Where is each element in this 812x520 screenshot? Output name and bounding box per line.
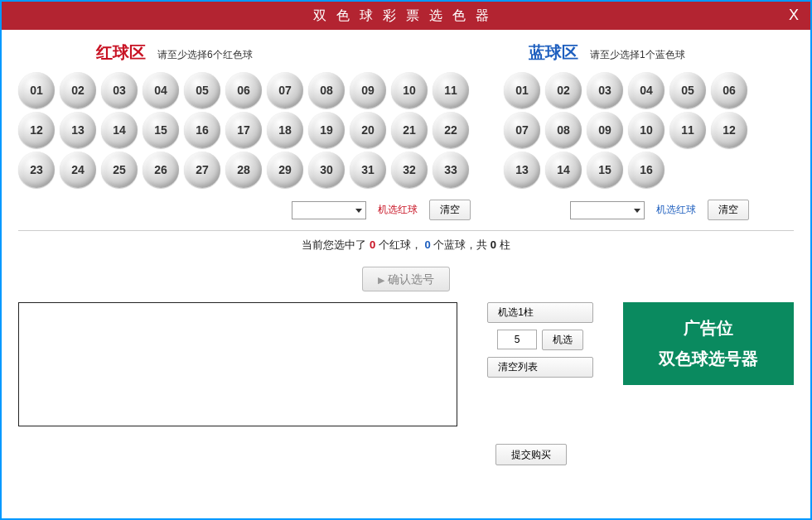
red-ball-29[interactable]: 29 — [267, 152, 303, 188]
red-ball-31[interactable]: 31 — [350, 152, 386, 188]
ad-line1: 广告位 — [684, 317, 733, 339]
summary-total: 0 — [491, 238, 496, 251]
red-ball-24[interactable]: 24 — [60, 152, 96, 188]
ad-box: 广告位 双色球选号器 — [623, 302, 794, 385]
zones: 红球区 请至少选择6个红色球 0102030405060708091011121… — [2, 30, 810, 220]
red-count-select[interactable] — [292, 201, 366, 219]
clear-list-button[interactable]: 清空列表 — [487, 357, 593, 378]
red-ball-06[interactable]: 06 — [225, 72, 262, 108]
blue-zone-hint: 请至少选择1个蓝色球 — [590, 48, 685, 62]
red-ball-26[interactable]: 26 — [143, 152, 179, 188]
red-zone: 红球区 请至少选择6个红色球 0102030405060708091011121… — [18, 41, 471, 220]
side-buttons: 机选1柱 机选 清空列表 — [487, 302, 593, 378]
red-ball-13[interactable]: 13 — [60, 112, 96, 148]
red-ball-11[interactable]: 11 — [433, 72, 469, 108]
submit-button[interactable]: 提交购买 — [495, 444, 567, 465]
red-ball-17[interactable]: 17 — [225, 112, 262, 148]
blue-ball-01[interactable]: 01 — [504, 72, 540, 108]
red-ball-05[interactable]: 05 — [184, 72, 220, 108]
red-ball-14[interactable]: 14 — [101, 112, 138, 148]
red-ball-07[interactable]: 07 — [267, 72, 303, 108]
blue-ball-10[interactable]: 10 — [628, 112, 665, 148]
blue-ball-03[interactable]: 03 — [587, 72, 623, 108]
clear-red-button[interactable]: 清空 — [429, 200, 471, 220]
red-ball-18[interactable]: 18 — [267, 112, 303, 148]
random-one-button[interactable]: 机选1柱 — [487, 302, 593, 323]
red-ball-03[interactable]: 03 — [101, 72, 138, 108]
random-n-button[interactable]: 机选 — [542, 330, 583, 350]
red-ball-04[interactable]: 04 — [143, 72, 179, 108]
red-ball-27[interactable]: 27 — [184, 152, 220, 188]
ad-line2: 双色球选号器 — [659, 348, 758, 370]
blue-ball-12[interactable]: 12 — [711, 112, 747, 148]
blue-ball-16[interactable]: 16 — [628, 152, 665, 188]
blue-ball-13[interactable]: 13 — [504, 152, 540, 188]
clear-blue-button[interactable]: 清空 — [708, 200, 749, 220]
divider — [18, 230, 794, 231]
blue-ball-04[interactable]: 04 — [628, 72, 665, 108]
blue-zone: 蓝球区 请至少选择1个蓝色球 0102030405060708091011121… — [504, 41, 749, 220]
summary-total-unit: 柱 — [500, 238, 510, 251]
red-ball-33[interactable]: 33 — [433, 152, 469, 188]
red-ball-21[interactable]: 21 — [391, 112, 428, 148]
red-ball-grid: 0102030405060708091011121314151617181920… — [18, 72, 471, 188]
blue-ball-05[interactable]: 05 — [669, 72, 706, 108]
blue-ball-09[interactable]: 09 — [587, 112, 623, 148]
confirm-button[interactable]: 确认选号 — [362, 267, 449, 291]
selection-summary: 当前您选中了 0 个红球， 0 个蓝球，共 0 柱 — [2, 238, 810, 253]
red-ball-09[interactable]: 09 — [350, 72, 386, 108]
blue-ball-14[interactable]: 14 — [545, 152, 582, 188]
summary-prefix: 当前您选中了 — [302, 238, 370, 251]
red-ball-12[interactable]: 12 — [18, 112, 55, 148]
red-ball-22[interactable]: 22 — [433, 112, 469, 148]
blue-ball-02[interactable]: 02 — [545, 72, 582, 108]
result-list[interactable] — [18, 302, 457, 426]
red-ball-01[interactable]: 01 — [18, 72, 55, 108]
blue-ball-15[interactable]: 15 — [587, 152, 623, 188]
red-ball-10[interactable]: 10 — [391, 72, 428, 108]
random-red-button[interactable]: 机选红球 — [373, 200, 423, 219]
blue-ball-07[interactable]: 07 — [504, 112, 540, 148]
red-ball-02[interactable]: 02 — [60, 72, 96, 108]
red-ball-16[interactable]: 16 — [184, 112, 220, 148]
red-ball-30[interactable]: 30 — [308, 152, 345, 188]
summary-blue-count: 0 — [424, 238, 430, 251]
blue-ball-11[interactable]: 11 — [669, 112, 706, 148]
random-blue-button[interactable]: 机选红球 — [651, 200, 701, 219]
red-ball-32[interactable]: 32 — [391, 152, 428, 188]
summary-blue-unit: 个蓝球，共 — [433, 238, 491, 251]
blue-ball-08[interactable]: 08 — [545, 112, 582, 148]
red-ball-08[interactable]: 08 — [308, 72, 345, 108]
red-ball-23[interactable]: 23 — [18, 152, 55, 188]
blue-zone-title: 蓝球区 — [529, 41, 578, 64]
red-ball-20[interactable]: 20 — [350, 112, 386, 148]
red-ball-28[interactable]: 28 — [225, 152, 262, 188]
blue-ball-06[interactable]: 06 — [711, 72, 747, 108]
red-ball-15[interactable]: 15 — [143, 112, 179, 148]
app-title: 双色球彩票选色器 — [313, 7, 499, 25]
close-icon[interactable]: X — [789, 7, 799, 24]
red-zone-title: 红球区 — [96, 41, 146, 64]
summary-red-count: 0 — [370, 238, 375, 251]
blue-count-select[interactable] — [570, 201, 645, 219]
blue-ball-grid: 01020304050607080910111213141516 — [504, 72, 749, 188]
red-ball-25[interactable]: 25 — [101, 152, 138, 188]
titlebar: 双色球彩票选色器 X — [2, 2, 810, 30]
summary-red-unit: 个红球， — [379, 238, 422, 251]
red-ball-19[interactable]: 19 — [308, 112, 345, 148]
red-zone-hint: 请至少选择6个红色球 — [157, 48, 253, 62]
random-qty-input[interactable] — [497, 330, 537, 349]
